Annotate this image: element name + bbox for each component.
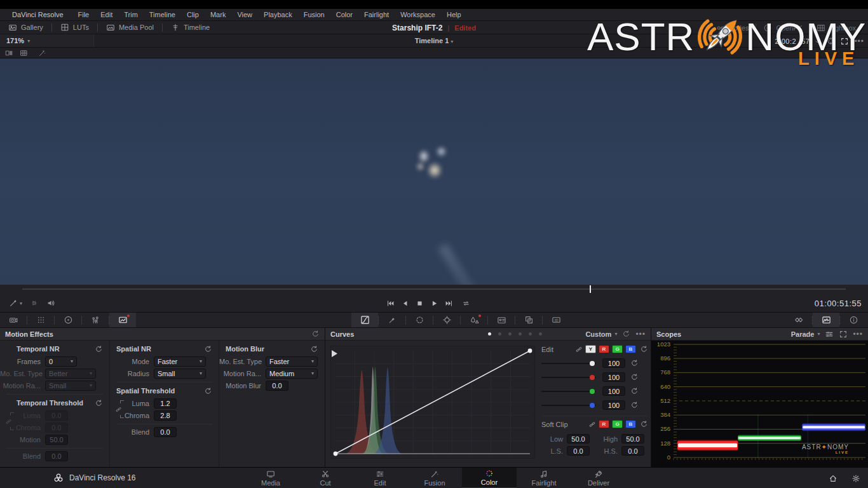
camera-raw-palette-button[interactable] bbox=[0, 313, 27, 327]
toolbar-timeline-button[interactable]: Timeline bbox=[163, 21, 218, 34]
curves-page-dot-2[interactable] bbox=[508, 332, 512, 336]
soft-clip-field-value[interactable]: 0.0 bbox=[567, 446, 590, 456]
power-window-palette-button[interactable] bbox=[406, 313, 433, 327]
scope-mode-select[interactable]: Parade ▾ bbox=[791, 330, 820, 338]
slider-knob[interactable] bbox=[590, 375, 595, 380]
page-tab-cut[interactable]: Cut bbox=[298, 468, 353, 488]
reset-icon[interactable] bbox=[630, 373, 639, 381]
g-gain-slider[interactable] bbox=[541, 388, 596, 395]
menu-edit[interactable]: Edit bbox=[95, 9, 118, 20]
stereo-3d-palette-button[interactable]: 3D bbox=[543, 313, 569, 327]
menu-file[interactable]: File bbox=[72, 9, 95, 20]
value-input[interactable]: 0.0 bbox=[266, 381, 288, 391]
parade-scope[interactable]: 10238967686405123842561280 bbox=[651, 341, 868, 467]
toolbar-media-pool-button[interactable]: Media Pool bbox=[98, 21, 162, 34]
soft-clip-channel-b-button[interactable]: B bbox=[625, 420, 636, 428]
tracker-palette-button[interactable] bbox=[433, 313, 460, 327]
curves-page-dot-1[interactable] bbox=[498, 332, 501, 336]
chevron-down-icon[interactable]: ▾ bbox=[20, 301, 22, 306]
slider-value[interactable]: 100 bbox=[602, 358, 625, 368]
color-match-palette-button[interactable] bbox=[27, 313, 54, 327]
value-input[interactable]: 0.0 bbox=[45, 423, 68, 433]
page-tab-color[interactable]: Color bbox=[462, 468, 517, 488]
menu-timeline[interactable]: Timeline bbox=[144, 9, 181, 20]
dropdown[interactable]: 0▾ bbox=[45, 356, 77, 367]
slider-value[interactable]: 100 bbox=[602, 400, 625, 410]
dropdown[interactable]: Faster▾ bbox=[154, 356, 206, 367]
dropdown[interactable]: Small▾ bbox=[45, 381, 96, 391]
curves-graph[interactable] bbox=[330, 346, 535, 459]
curves-page-dot-0[interactable] bbox=[488, 332, 491, 336]
viewer-jog-bar[interactable] bbox=[0, 285, 868, 294]
menu-workspace[interactable]: Workspace bbox=[395, 9, 441, 20]
toolbar-nodes-button[interactable]: Nodes bbox=[709, 21, 756, 34]
slider-knob[interactable] bbox=[590, 403, 595, 408]
toolbar-luts-button[interactable]: LUTs bbox=[52, 21, 97, 34]
value-input[interactable]: 1.2 bbox=[154, 398, 177, 409]
project-manager-icon[interactable] bbox=[829, 474, 837, 483]
edit-channel-r-button[interactable]: R bbox=[599, 345, 609, 353]
value-input[interactable]: 50.0 bbox=[45, 435, 68, 445]
soft-clip-channel-r-button[interactable]: R bbox=[599, 420, 609, 428]
reset-icon[interactable] bbox=[630, 387, 639, 395]
reset-icon[interactable] bbox=[630, 359, 639, 367]
reset-icon[interactable] bbox=[311, 330, 320, 338]
stills-filmstrip-view-icon[interactable] bbox=[5, 49, 13, 57]
stop-button[interactable] bbox=[416, 299, 424, 308]
toolbar-lightbox-button[interactable]: Lightbox bbox=[810, 21, 863, 34]
rgb-mixer-palette-button[interactable] bbox=[82, 313, 109, 327]
menu-fusion[interactable]: Fusion bbox=[298, 9, 330, 20]
reset-icon[interactable] bbox=[640, 345, 648, 353]
edit-channel-y-button[interactable]: Y bbox=[585, 345, 596, 353]
play-button[interactable] bbox=[430, 299, 438, 308]
timeline-selector[interactable]: Timeline 1 ▾ bbox=[0, 37, 868, 44]
curves-palette-button[interactable] bbox=[351, 313, 378, 327]
y-gain-slider[interactable] bbox=[541, 360, 596, 367]
menu-view[interactable]: View bbox=[231, 9, 258, 20]
jog-track[interactable] bbox=[22, 288, 846, 290]
soft-clip-field-value[interactable]: 50.0 bbox=[567, 434, 590, 444]
menu-trim[interactable]: Trim bbox=[118, 9, 144, 20]
dropdown[interactable]: Medium▾ bbox=[266, 369, 318, 379]
menu-help[interactable]: Help bbox=[441, 9, 467, 20]
curves-page-dots[interactable] bbox=[488, 332, 542, 336]
curves-page-dot-4[interactable] bbox=[529, 332, 532, 336]
reset-icon[interactable] bbox=[622, 330, 630, 338]
dropdown[interactable]: Faster▾ bbox=[266, 356, 318, 367]
soft-clip-channel-g-button[interactable]: G bbox=[612, 420, 623, 428]
viewer-options-icon[interactable]: ••• bbox=[854, 37, 864, 46]
soft-clip-field-value[interactable]: 0.0 bbox=[621, 446, 644, 456]
loop-button[interactable] bbox=[462, 299, 470, 308]
scope-settings-icon[interactable] bbox=[825, 330, 834, 339]
reset-icon[interactable] bbox=[95, 399, 103, 407]
curves-page-dot-5[interactable] bbox=[539, 332, 542, 336]
fullscreen-icon[interactable] bbox=[840, 37, 849, 46]
scope-options-icon[interactable]: ••• bbox=[853, 330, 863, 339]
reset-icon[interactable] bbox=[640, 420, 648, 428]
reset-icon[interactable] bbox=[630, 401, 639, 409]
sizing-palette-button[interactable] bbox=[515, 313, 542, 327]
audio-mute-icon[interactable] bbox=[46, 299, 55, 308]
link-icon[interactable] bbox=[5, 418, 12, 425]
motion-effects-palette-button[interactable] bbox=[109, 313, 136, 327]
step-back-button[interactable] bbox=[401, 299, 409, 308]
curves-mode-select[interactable]: Custom ▾ bbox=[585, 330, 617, 338]
edit-channel-b-button[interactable]: B bbox=[625, 345, 636, 353]
project-settings-icon[interactable] bbox=[851, 474, 860, 483]
link-icon[interactable] bbox=[575, 346, 583, 353]
value-input[interactable]: 2.8 bbox=[154, 410, 177, 421]
scopes-panel-button[interactable] bbox=[813, 313, 839, 327]
b-gain-slider[interactable] bbox=[541, 402, 596, 409]
curves-options-icon[interactable]: ••• bbox=[635, 330, 646, 339]
curves-page-dot-3[interactable] bbox=[519, 332, 522, 336]
link-icon[interactable] bbox=[115, 406, 122, 413]
info-panel-button[interactable] bbox=[840, 313, 867, 327]
magic-wand-icon[interactable] bbox=[38, 49, 46, 57]
menu-fairlight[interactable]: Fairlight bbox=[358, 9, 395, 20]
value-input[interactable]: 0.0 bbox=[154, 427, 177, 437]
keyframes-panel-button[interactable] bbox=[785, 313, 812, 327]
slider-knob[interactable] bbox=[590, 389, 595, 394]
menu-mark[interactable]: Mark bbox=[205, 9, 231, 20]
link-icon[interactable] bbox=[588, 421, 596, 428]
scope-expand-icon[interactable] bbox=[839, 330, 848, 339]
